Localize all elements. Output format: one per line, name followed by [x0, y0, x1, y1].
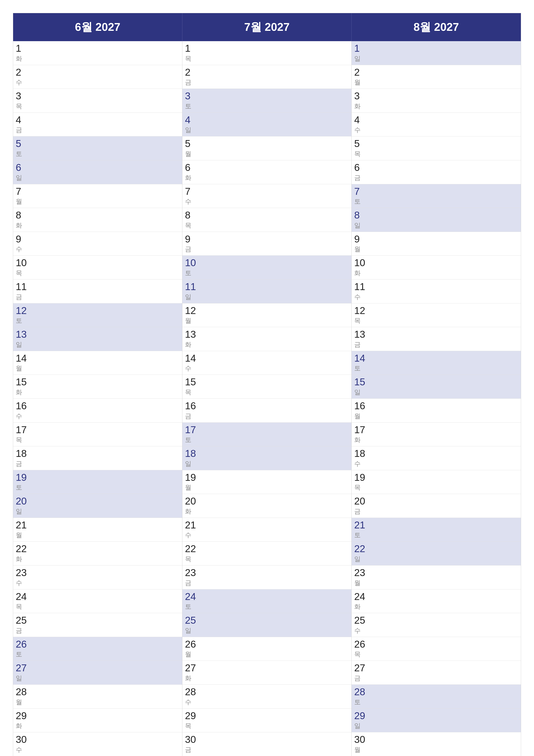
- day-row: 23수: [13, 565, 182, 589]
- day-name: 월: [16, 698, 22, 707]
- day-row: 21수: [182, 518, 351, 542]
- day-row: 24목: [13, 589, 182, 613]
- day-name: 목: [185, 721, 191, 730]
- day-number-area: 3화: [352, 89, 373, 113]
- day-content: [204, 327, 351, 351]
- day-number: 10: [354, 257, 365, 268]
- day-number-area: 11수: [352, 280, 373, 303]
- day-name: 금: [16, 293, 22, 302]
- day-row: 8목: [182, 208, 351, 232]
- day-name: 수: [16, 78, 22, 87]
- day-name: 일: [16, 507, 22, 516]
- day-number: 27: [185, 662, 196, 673]
- day-content: [35, 304, 182, 327]
- day-row: 20금: [352, 494, 521, 518]
- day-name: 월: [16, 531, 22, 540]
- day-content: [373, 399, 521, 422]
- day-content: [35, 732, 182, 756]
- day-name: 화: [16, 555, 22, 564]
- day-number: 2: [185, 67, 191, 78]
- day-row: 8화: [13, 208, 182, 232]
- day-number-area: 16월: [352, 399, 373, 422]
- day-number: 28: [185, 687, 196, 697]
- day-number: 27: [354, 662, 365, 673]
- day-number-area: 28수: [182, 685, 204, 708]
- day-content: [204, 304, 351, 327]
- day-number: 21: [354, 520, 365, 530]
- day-row: 28월: [13, 685, 182, 709]
- day-number: 12: [185, 305, 196, 316]
- month-header-july: 7월 2027: [182, 13, 352, 41]
- day-name: 화: [185, 507, 191, 516]
- day-row: 11수: [352, 280, 521, 304]
- day-number-area: 23월: [352, 565, 373, 589]
- day-name: 금: [16, 626, 22, 635]
- day-row: 7수: [182, 184, 351, 208]
- day-row: 11금: [13, 280, 182, 304]
- day-name: 일: [185, 459, 191, 468]
- day-name: 수: [16, 412, 22, 421]
- day-number-area: 29일: [352, 709, 373, 732]
- day-content: [35, 637, 182, 661]
- day-row: 30월: [352, 732, 521, 756]
- day-number-area: 2월: [352, 65, 373, 89]
- day-name: 금: [16, 459, 22, 468]
- day-number-area: 16수: [13, 399, 35, 422]
- day-number-area: 3토: [182, 89, 204, 113]
- day-number: 16: [185, 400, 196, 411]
- day-number-area: 8일: [352, 208, 373, 232]
- day-number-area: 2수: [13, 65, 35, 89]
- day-content: [204, 256, 351, 279]
- day-content: [373, 565, 521, 589]
- day-content: [204, 232, 351, 256]
- day-number-area: 15일: [352, 375, 373, 398]
- day-content: [204, 136, 351, 160]
- day-row: 11일: [182, 280, 351, 304]
- day-number-area: 22화: [13, 542, 35, 565]
- day-row: 22일: [352, 542, 521, 565]
- day-content: [35, 232, 182, 256]
- day-number: 6: [16, 162, 21, 173]
- day-content: [373, 113, 521, 136]
- day-row: 2월: [352, 65, 521, 89]
- day-name: 목: [16, 602, 22, 611]
- day-row: 19토: [13, 470, 182, 494]
- day-number: 3: [185, 91, 191, 101]
- day-number: 21: [185, 520, 196, 530]
- day-name: 일: [185, 293, 191, 302]
- day-content: [373, 304, 521, 327]
- day-number: 7: [185, 186, 191, 197]
- day-number: 12: [16, 305, 27, 316]
- day-name: 월: [185, 149, 191, 158]
- day-name: 목: [16, 436, 22, 445]
- day-number-area: 25수: [352, 613, 373, 637]
- day-content: [35, 41, 182, 65]
- day-name: 수: [16, 745, 22, 754]
- day-row: 10토: [182, 256, 351, 280]
- day-number: 17: [185, 424, 196, 435]
- day-name: 월: [16, 364, 22, 373]
- day-name: 금: [185, 412, 191, 421]
- day-row: 6화: [182, 160, 351, 184]
- day-name: 토: [16, 149, 22, 158]
- day-name: 일: [185, 626, 191, 635]
- day-number-area: 26토: [13, 637, 35, 661]
- day-number: 12: [354, 305, 365, 316]
- day-number: 26: [16, 639, 27, 650]
- day-number-area: 20화: [182, 494, 204, 518]
- day-number-area: 6금: [352, 160, 373, 184]
- day-name: 일: [354, 721, 361, 730]
- month-column-1: 1목2금3토4일5월6화7수8목9금10토11일12월13화14수15목16금1…: [182, 41, 352, 756]
- day-number-area: 10화: [352, 256, 373, 279]
- day-number: 20: [16, 496, 27, 507]
- day-content: [204, 732, 351, 756]
- day-row: 26목: [352, 637, 521, 661]
- day-number: 13: [16, 329, 27, 340]
- day-name: 금: [16, 126, 22, 134]
- day-content: [373, 542, 521, 565]
- day-row: 15화: [13, 375, 182, 399]
- day-number: 25: [354, 615, 365, 626]
- day-content: [204, 494, 351, 518]
- month-column-2: 1일2월3화4수5목6금7토8일9월10화11수12목13금14토15일16월1…: [352, 41, 521, 756]
- day-row: 18일: [182, 446, 351, 470]
